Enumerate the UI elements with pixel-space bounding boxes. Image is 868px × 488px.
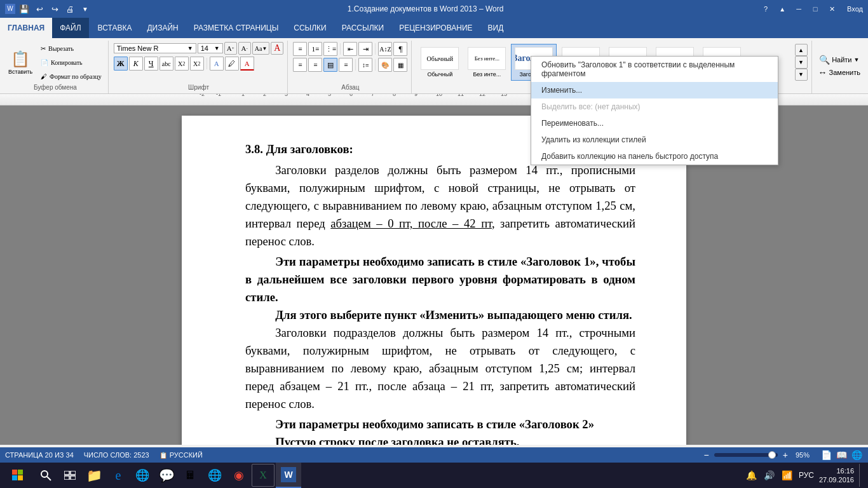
borders-button[interactable]: ▦ <box>393 58 407 72</box>
italic-button[interactable]: К <box>129 57 143 71</box>
qa-print[interactable]: 🖨 <box>64 3 76 15</box>
font-size-box[interactable]: 14 ▼ <box>198 43 223 53</box>
sign-in[interactable]: Вход <box>847 5 863 13</box>
underline-button[interactable]: Ч <box>144 57 158 71</box>
line-spacing-button[interactable]: ↕≡ <box>358 58 372 72</box>
bold-button[interactable]: Ж <box>114 57 128 71</box>
chrome-button[interactable]: ◉ <box>227 464 250 487</box>
clear-format-button[interactable]: A <box>271 42 283 55</box>
align-right-button[interactable]: ≡ <box>339 58 353 72</box>
zoom-decrease[interactable]: − <box>704 450 709 460</box>
format-painter-button[interactable]: 🖌Формат по образцу <box>38 70 104 83</box>
search-button[interactable] <box>34 464 57 487</box>
read-view-button[interactable]: 📖 <box>835 449 848 461</box>
qa-dropdown[interactable]: ▼ <box>79 3 92 15</box>
calculator-button[interactable]: 🖩 <box>179 464 202 487</box>
minimize-button[interactable]: ─ <box>792 3 805 15</box>
gallery-down[interactable]: ▼ <box>795 56 808 68</box>
menu-item-change[interactable]: Изменить... <box>531 82 778 98</box>
web-view-button[interactable]: 🌐 <box>850 449 863 461</box>
font-name-box[interactable]: Times New R ▼ <box>114 43 196 53</box>
font-decrease-button[interactable]: A- <box>238 42 251 55</box>
tab-review[interactable]: РЕЦЕНЗИРОВАНИЕ <box>391 18 480 38</box>
clock[interactable]: 16:16 27.09.2016 <box>819 466 854 485</box>
zoom-thumb[interactable] <box>768 451 776 459</box>
find-button[interactable]: 🔍 Найти ▼ <box>818 54 860 65</box>
menu-item-add-gallery[interactable]: Добавить коллекцию на панель быстрого до… <box>531 148 778 165</box>
style-normal[interactable]: Обычный Обычный <box>417 44 463 81</box>
multilevel-button[interactable]: ⋮≡ <box>323 42 337 56</box>
tab-view[interactable]: ВИД <box>480 18 512 38</box>
decrease-indent-button[interactable]: ⇤ <box>343 42 357 56</box>
numbering-button[interactable]: 1≡ <box>308 42 322 56</box>
font-increase-button[interactable]: A+ <box>224 42 237 55</box>
change-case-button[interactable]: Aa▼ <box>252 42 270 55</box>
edge-button[interactable]: e <box>107 464 130 487</box>
qa-undo[interactable]: ↩ <box>33 3 46 15</box>
language-indicator[interactable]: РУС <box>799 471 814 480</box>
align-left-button[interactable]: ≡ <box>293 58 307 72</box>
sort-button[interactable]: A↕Z <box>378 42 392 56</box>
bullets-button[interactable]: ≡ <box>293 42 307 56</box>
find-replace-group: 🔍 Найти ▼ ↔ Заменить <box>813 41 865 93</box>
find-label: Найти <box>832 56 851 64</box>
text-effects-button[interactable]: A <box>210 57 224 71</box>
subscript-button[interactable]: X2 <box>175 57 189 71</box>
show-desktop-button[interactable] <box>859 464 863 487</box>
zoom-slider[interactable] <box>714 453 778 457</box>
copy-button[interactable]: 📄Копировать <box>38 56 104 69</box>
help-button[interactable]: ? <box>759 3 772 15</box>
paragraph-row2: ≡ ≡ ▤ ≡ ↕≡ 🎨 ▦ <box>293 58 407 72</box>
context-menu: Обновить "Заголовок 1" в соответствии с … <box>531 56 778 165</box>
page-count-text: СТРАНИЦА 20 ИЗ 34 <box>5 451 74 459</box>
qa-redo[interactable]: ↪ <box>48 3 61 15</box>
menu-item-update[interactable]: Обновить "Заголовок 1" в соответствии с … <box>531 57 778 82</box>
paste-button[interactable]: 📋 Вставить <box>6 46 34 78</box>
network-icon[interactable]: 📶 <box>781 469 794 482</box>
cut-button[interactable]: ✂Вырезать <box>38 42 104 55</box>
superscript-button[interactable]: X2 <box>190 57 204 71</box>
ruler-mark: 12 <box>479 94 485 97</box>
font-color-button[interactable]: A <box>240 57 254 71</box>
app6-button[interactable]: 🌐 <box>203 464 226 487</box>
tab-main[interactable]: ГЛАВНАЯ <box>0 18 52 38</box>
notification-icon[interactable]: 🔔 <box>745 469 758 482</box>
align-justify-button[interactable]: ▤ <box>323 58 337 72</box>
gallery-up[interactable]: ▲ <box>795 44 808 56</box>
zoom-increase[interactable]: + <box>783 450 788 460</box>
restore-button[interactable]: □ <box>809 3 822 15</box>
qa-save[interactable]: 💾 <box>18 3 31 15</box>
svg-rect-3 <box>18 475 23 480</box>
app4-button[interactable]: 💬 <box>155 464 178 487</box>
strikethrough-button[interactable]: abc <box>159 57 173 71</box>
lang-text: РУССКИЙ <box>170 451 203 459</box>
speakers-icon[interactable]: 🔊 <box>763 469 776 482</box>
task-view-button[interactable] <box>58 464 81 487</box>
tab-mailings[interactable]: РАССЫЛКИ <box>334 18 391 38</box>
highlight-button[interactable]: 🖊 <box>225 57 239 71</box>
tab-page-layout[interactable]: РАЗМЕТКА СТРАНИЦЫ <box>186 18 287 38</box>
menu-item-rename[interactable]: Переименовать... <box>531 115 778 132</box>
shading-button[interactable]: 🎨 <box>378 58 392 72</box>
show-marks-button[interactable]: ¶ <box>393 42 407 56</box>
ie-button[interactable]: 🌐 <box>131 464 154 487</box>
replace-button[interactable]: ↔ Заменить <box>817 67 862 78</box>
tab-file[interactable]: ФАЙЛ <box>52 18 88 38</box>
ruler-mark: 3 <box>285 94 288 97</box>
ruler-mark: 2 <box>263 94 266 97</box>
align-center-button[interactable]: ≡ <box>308 58 322 72</box>
tab-design[interactable]: ДИЗАЙН <box>139 18 186 38</box>
gallery-more[interactable]: ▼ <box>795 69 808 81</box>
start-button[interactable] <box>3 463 33 488</box>
tab-references[interactable]: ССЫЛКИ <box>286 18 334 38</box>
close-button[interactable]: ✕ <box>825 3 838 15</box>
excel-button[interactable]: X <box>252 464 275 487</box>
menu-item-remove[interactable]: Удалить из коллекции стилей <box>531 132 778 148</box>
word-taskbar-item[interactable]: W <box>276 463 301 488</box>
print-view-button[interactable]: 📄 <box>820 449 832 461</box>
increase-indent-button[interactable]: ⇥ <box>358 42 372 56</box>
tab-insert[interactable]: ВСТАВКА <box>90 18 140 38</box>
style-no-interval[interactable]: Без инте... Без инте... <box>464 44 510 81</box>
ribbon-toggle[interactable]: ▲ <box>776 3 789 15</box>
file-explorer-button[interactable]: 📁 <box>83 464 105 487</box>
